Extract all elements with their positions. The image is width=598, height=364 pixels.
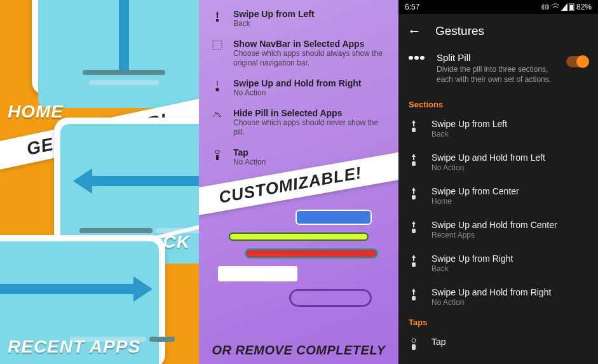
setting-row[interactable]: Swipe Up from LeftBack: [210, 9, 387, 29]
svg-rect-15: [412, 229, 416, 233]
vibrate-icon: [541, 3, 550, 11]
gesture-item[interactable]: Swipe Up from RightBack: [398, 246, 598, 280]
gesture-title: Swipe Up and Hold from Center: [432, 220, 557, 230]
split-toggle[interactable]: [566, 56, 588, 67]
tap-icon: [210, 147, 224, 161]
svg-rect-13: [412, 161, 416, 166]
svg-rect-3: [213, 41, 222, 50]
gesture-icon: [409, 119, 420, 133]
pill-sample-red: [245, 248, 378, 259]
gesture-item[interactable]: Swipe Up and Hold from CenterRecent Apps: [398, 213, 598, 246]
label-home: HOME: [8, 102, 64, 122]
split-pill-row[interactable]: Split Pill Divide the pill into three se…: [398, 46, 598, 96]
page-title: Gestures: [435, 24, 484, 38]
gesture-item[interactable]: Swipe Up and Hold from LeftNo Action: [398, 145, 598, 179]
promo-panel-gesture: HOME GESTURE BAR! BACK RECENT APPS: [0, 0, 199, 364]
gesture-title: Swipe Up and Hold from Right: [432, 287, 551, 297]
label-recent: RECENT APPS: [8, 337, 140, 357]
section-header-taps: Taps: [398, 314, 598, 330]
gesture-item[interactable]: Swipe Up from LeftBack: [398, 112, 598, 145]
gesture-item[interactable]: Tap: [398, 330, 598, 358]
gesture-item[interactable]: Swipe Up from CenterHome: [398, 179, 598, 213]
gesture-sub: Back: [432, 264, 513, 273]
settings-screen: 6:57 82% ← Gestures Split Pill Divide th…: [398, 0, 598, 364]
svg-rect-17: [412, 296, 416, 300]
svg-rect-11: [420, 56, 425, 60]
grid-icon: [210, 39, 224, 50]
split-title: Split Pill: [437, 52, 556, 63]
svg-marker-6: [561, 3, 567, 11]
pill-samples: [199, 210, 398, 307]
svg-point-18: [412, 339, 416, 342]
gesture-title: Swipe Up from Left: [432, 119, 507, 129]
gesture-title: Swipe Up and Hold from Left: [432, 152, 545, 163]
svg-point-4: [215, 150, 219, 154]
status-time: 6:57: [405, 3, 419, 11]
setting-row[interactable]: Show NavBar in Selected AppsChoose which…: [210, 39, 387, 68]
svg-rect-19: [412, 344, 416, 350]
svg-marker-1: [73, 168, 199, 194]
status-battery: 82%: [576, 3, 592, 11]
split-sub: Divide the pill into three sections, eac…: [437, 64, 556, 84]
split-pill-icon: [409, 52, 426, 62]
gesture-icon: [409, 253, 420, 268]
arrow-left-icon: [73, 168, 199, 194]
gesture-sub: Recent Apps: [432, 231, 557, 239]
pill-sample-outline: [289, 289, 372, 307]
gesture-icon: [409, 287, 420, 302]
battery-icon: [569, 3, 575, 11]
bottom-caption: OR REMOVE COMPLETELY: [199, 343, 398, 358]
gesture-sub: Home: [432, 197, 519, 206]
signal-icon: [561, 3, 567, 11]
setting-row[interactable]: Hide Pill in Selected AppsChoose which a…: [210, 108, 387, 137]
promo-panel-customizable: Swipe Up from LeftBack Show NavBar in Se…: [199, 0, 398, 364]
gesture-icon: [409, 152, 420, 167]
status-bar: 6:57 82%: [398, 0, 598, 14]
pill-sample-white: [218, 266, 297, 281]
gesture-sub: No Action: [432, 298, 551, 307]
pill-sample-blue: [296, 210, 372, 225]
gesture-icon: [409, 186, 420, 201]
svg-rect-14: [412, 195, 416, 199]
pill-sample-yellow: [229, 233, 369, 241]
hide-icon: [210, 108, 224, 118]
tap-icon: [409, 337, 420, 351]
back-button[interactable]: ←: [407, 23, 421, 39]
gesture-sub: Back: [432, 130, 507, 138]
gesture-title: Swipe Up from Right: [432, 253, 513, 264]
svg-rect-10: [414, 56, 419, 60]
wifi-icon: [551, 3, 560, 11]
gesture-icon: [210, 9, 224, 23]
setting-row[interactable]: Swipe Up and Hold from RightNo Action: [210, 78, 387, 98]
arrow-right-icon: [0, 276, 153, 302]
section-header-sections: Sections: [398, 96, 598, 112]
phone-home: [32, 0, 199, 95]
svg-marker-2: [0, 276, 153, 302]
gesture-icon: [409, 220, 420, 234]
arrow-up-icon: [111, 0, 137, 70]
svg-rect-8: [570, 5, 573, 10]
gesture-hold-icon: [210, 78, 224, 92]
gesture-sub: No Action: [432, 163, 545, 172]
svg-rect-5: [216, 155, 219, 160]
svg-marker-0: [111, 0, 137, 70]
gesture-item[interactable]: Swipe Up and Hold from RightNo Action: [398, 280, 598, 314]
gesture-title: Tap: [432, 337, 446, 347]
gesture-title: Swipe Up from Center: [432, 186, 519, 196]
app-bar: ← Gestures: [398, 14, 598, 46]
svg-rect-12: [412, 128, 416, 132]
svg-rect-9: [409, 56, 413, 60]
svg-rect-16: [412, 262, 416, 267]
